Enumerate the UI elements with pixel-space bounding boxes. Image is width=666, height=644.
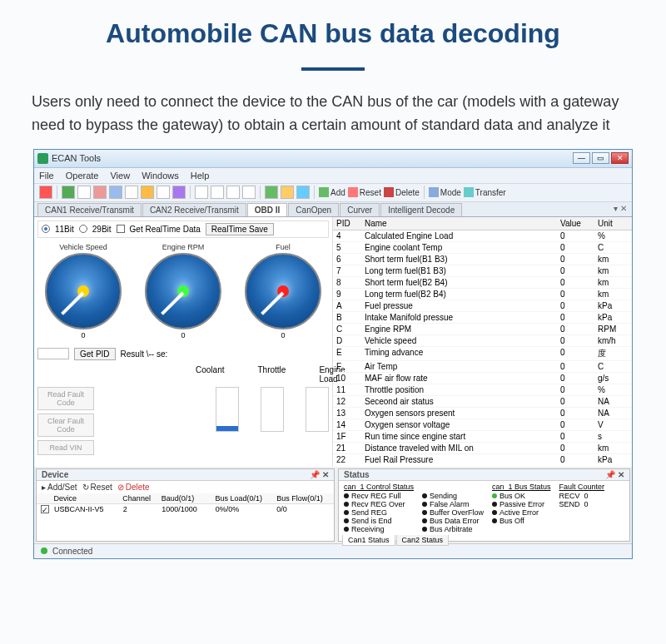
radio-11bit[interactable] [42, 225, 50, 233]
pid-row[interactable]: 9Long term fuel(B2 B4)0km [333, 289, 632, 300]
menu-view[interactable]: View [110, 171, 130, 181]
tab-obd2[interactable]: OBD II [247, 203, 288, 216]
toolbar-transfer[interactable]: Transfer [464, 187, 506, 197]
pid-row[interactable]: 8Short term fuel(B2 B4)0km [333, 277, 632, 289]
bars [216, 387, 329, 455]
device-checkbox[interactable]: ✓ [41, 505, 49, 513]
toolbar-btn[interactable] [77, 186, 91, 199]
tab-pin-close[interactable]: ▾ ✕ [614, 204, 627, 213]
device-addset[interactable]: ▸ Add/Set [42, 483, 77, 492]
status-item: Receiving [344, 525, 414, 533]
col-pid: PID [333, 217, 361, 230]
toolbar-btn[interactable] [141, 186, 154, 199]
pid-row[interactable]: DVehicle speed0km/h [333, 335, 632, 347]
gauge: Engine RPM 0 [145, 243, 221, 339]
toolbar-btn[interactable] [242, 186, 256, 199]
menu-windows[interactable]: Windows [142, 171, 179, 181]
pid-row[interactable]: 13Oxygen sensors present0NA [333, 408, 632, 419]
control-status-header: can_1 Control Status [344, 483, 414, 491]
toolbar-btn[interactable] [281, 186, 294, 199]
realtime-save-button[interactable]: RealTime Save [206, 223, 274, 235]
pid-row[interactable]: 12Seceond air status0NA [333, 396, 632, 408]
pid-row[interactable]: 1FRun time since engine start0s [333, 431, 632, 443]
pid-row[interactable]: CEngine RPM0RPM [333, 324, 632, 335]
bus-status-header: can_1 Bus Status [492, 483, 551, 491]
toolbar-btn[interactable] [195, 186, 208, 199]
close-button[interactable]: ✕ [611, 152, 629, 164]
status-panel: Status📌 ✕ can_1 Control StatusRecv REG F… [338, 468, 630, 542]
status-item: Recv REG Full [344, 492, 414, 500]
minimize-button[interactable]: — [573, 152, 590, 164]
radio-29bit[interactable] [79, 225, 87, 233]
tab-curver[interactable]: Curver [340, 203, 380, 216]
bar-indicator [261, 387, 284, 432]
read-fault-button[interactable]: Read Fault Code [37, 387, 94, 410]
bar-indicator [216, 387, 239, 432]
toolbar-delete[interactable]: Delete [384, 187, 420, 197]
read-vin-button[interactable]: Read VIN [37, 440, 94, 455]
pid-row[interactable]: 10MAF air flow rate0g/s [333, 373, 632, 384]
toolbar-btn[interactable] [296, 186, 310, 199]
menu-operate[interactable]: Operate [66, 171, 99, 181]
subtab-can2[interactable]: Can2 Status [396, 535, 450, 546]
gauge: Vehicle Speed 0 [45, 243, 122, 339]
toolbar-btn[interactable] [211, 186, 224, 199]
device-row[interactable]: ✓ USBCAN-II-V5 2 1000/1000 0%/0% 0/0 [37, 504, 334, 515]
gauge-title: Engine RPM [145, 243, 221, 251]
pid-row[interactable]: 14Oxygen sensor voltage0V [333, 419, 632, 431]
obd-left-panel: 11Bit 29Bit Get RealTime Data RealTime S… [34, 217, 333, 467]
pid-row[interactable]: 4Calculated Engine Load0% [333, 230, 632, 242]
pid-row[interactable]: 6Short term fuel(B1 B3)0km [333, 254, 632, 265]
status-item: Sending [422, 492, 484, 500]
gauge-title: Vehicle Speed [45, 243, 122, 251]
toolbar-btn[interactable] [265, 186, 278, 199]
app-window: ECAN Tools — ▭ ✕ File Operate View Windo… [33, 149, 633, 559]
pid-row[interactable]: 7Long term fuel(B1 B3)0km [333, 265, 632, 277]
tab-canopen[interactable]: CanOpen [288, 203, 339, 216]
menu-help[interactable]: Help [191, 171, 210, 181]
pid-input[interactable] [37, 348, 69, 359]
toolbar-mode[interactable]: Mode [429, 187, 461, 197]
toolbar-btn[interactable] [157, 186, 170, 199]
pid-row[interactable]: 22Fuel Rail Pressure0kPa [333, 454, 632, 463]
menu-file[interactable]: File [39, 171, 54, 181]
device-reset[interactable]: ↻ Reset [82, 483, 112, 492]
get-pid-button[interactable]: Get PID [74, 348, 116, 360]
fault-counter-header: Fault Counter [559, 483, 604, 491]
device-delete[interactable]: ⊘ Delete [117, 483, 150, 492]
pid-row[interactable]: AFuel pressue0kPa [333, 300, 632, 312]
status-item: Send REG [344, 508, 414, 517]
toolbar-btn[interactable] [125, 186, 138, 199]
toolbar-reset[interactable]: Reset [348, 187, 381, 197]
status-sub-tabs: Can1 Status Can2 Status [339, 535, 629, 546]
panel-pin-icon[interactable]: 📌 ✕ [310, 470, 329, 479]
pid-row[interactable]: FAir Temp0C [333, 361, 632, 373]
toolbar-add[interactable]: Add [319, 187, 345, 197]
gauges-row: Vehicle Speed 0 Engine RPM 0 Fuel 0 [37, 243, 329, 339]
toolbar-btn[interactable] [226, 186, 240, 199]
tab-intelligent[interactable]: Intelligent Decode [380, 203, 462, 216]
toolbar-btn[interactable] [62, 186, 75, 199]
tab-can1[interactable]: CAN1 Receive/Transmit [37, 203, 142, 216]
checkbox-realtime[interactable] [117, 225, 125, 233]
pid-row[interactable]: 11Throttle position0% [333, 384, 632, 396]
status-item: Bus Off [492, 517, 551, 525]
tab-can2[interactable]: CAN2 Receive/Transmit [142, 203, 246, 216]
menubar: File Operate View Windows Help [34, 168, 632, 184]
obd-body: 11Bit 29Bit Get RealTime Data RealTime S… [34, 217, 632, 467]
toolbar-btn[interactable] [93, 186, 107, 199]
status-item: Passive Error [492, 500, 551, 508]
app-icon [37, 153, 48, 164]
panel-pin-icon[interactable]: 📌 ✕ [605, 470, 624, 479]
toolbar-btn[interactable] [172, 186, 186, 199]
maximize-button[interactable]: ▭ [592, 152, 609, 164]
pid-row[interactable]: 5Engine coolant Temp0C [333, 242, 632, 254]
pid-row[interactable]: BIntake Manifold pressue0kPa [333, 312, 632, 324]
status-item: Send is End [344, 517, 414, 525]
pid-row[interactable]: ETiming advance0度 [333, 347, 632, 361]
clear-fault-button[interactable]: Clear Fault Code [37, 414, 94, 437]
subtab-can1[interactable]: Can1 Status [342, 535, 395, 546]
pid-row[interactable]: 21Distance traveled with MIL on0km [333, 443, 632, 454]
toolbar-btn[interactable] [109, 186, 122, 199]
toolbar-btn[interactable] [39, 186, 52, 199]
